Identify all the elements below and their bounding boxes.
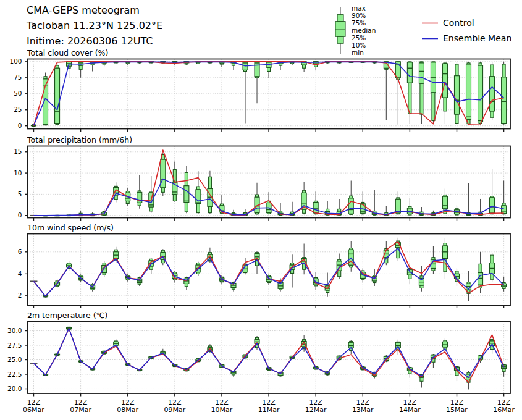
svg-text:10Mar: 10Mar <box>211 406 233 414</box>
svg-text:06Mar: 06Mar <box>23 406 44 414</box>
svg-text:20.0: 20.0 <box>7 385 22 392</box>
meteogram-chart: 025507510005101524620.022.525.027.530.01… <box>0 0 522 420</box>
panel-border <box>28 322 511 394</box>
boxplot-series <box>30 238 507 301</box>
boxplot-legend-glyph <box>335 7 345 54</box>
svg-text:50: 50 <box>14 90 22 97</box>
svg-text:25.0: 25.0 <box>7 356 22 363</box>
panel-temperature: 20.022.525.027.530.0 <box>7 322 510 397</box>
svg-text:100: 100 <box>9 57 22 65</box>
svg-text:5: 5 <box>18 190 22 198</box>
ytick-labels: 051015 <box>14 148 22 219</box>
svg-text:22.5: 22.5 <box>7 371 22 378</box>
svg-text:4: 4 <box>18 270 22 277</box>
svg-text:14Mar: 14Mar <box>399 406 421 414</box>
gridlines <box>28 234 511 306</box>
svg-text:25: 25 <box>14 106 22 113</box>
xtick-labels: 12Z06Mar12Z07Mar12Z08Mar12Z09Mar12Z10Mar… <box>23 398 515 414</box>
meteogram-page: {"header":{"title":"CMA-GEPS meteogram",… <box>0 0 522 420</box>
ytick-labels: 246 <box>18 248 22 299</box>
svg-text:10: 10 <box>14 169 22 177</box>
svg-text:08Mar: 08Mar <box>117 406 138 414</box>
svg-text:13Mar: 13Mar <box>352 406 374 414</box>
axis-ticks <box>25 152 504 220</box>
svg-text:0: 0 <box>18 122 22 129</box>
svg-text:27.5: 27.5 <box>7 342 22 349</box>
svg-text:2: 2 <box>18 292 22 299</box>
panel-total-precipitation: 051015 <box>14 146 510 221</box>
svg-text:15Mar: 15Mar <box>446 406 468 414</box>
svg-text:15: 15 <box>14 148 22 155</box>
svg-text:07Mar: 07Mar <box>70 406 91 414</box>
svg-text:6: 6 <box>18 248 22 255</box>
svg-text:11Mar: 11Mar <box>258 406 280 414</box>
svg-text:16Mar: 16Mar <box>493 406 515 414</box>
svg-text:75: 75 <box>14 74 22 81</box>
svg-text:30.0: 30.0 <box>7 327 22 334</box>
boxplot-series <box>30 153 507 216</box>
panel-total-cloud-cover: 0255075100 <box>9 57 510 132</box>
ytick-labels: 20.022.525.027.530.0 <box>7 327 22 392</box>
panel-border <box>28 234 511 306</box>
svg-text:0: 0 <box>18 211 22 219</box>
ytick-labels: 0255075100 <box>9 57 22 129</box>
gridlines <box>28 322 511 394</box>
panel-wind-speed: 246 <box>18 234 510 309</box>
svg-text:12Mar: 12Mar <box>305 406 327 414</box>
svg-text:09Mar: 09Mar <box>164 406 185 414</box>
boxplot-series <box>30 326 507 389</box>
